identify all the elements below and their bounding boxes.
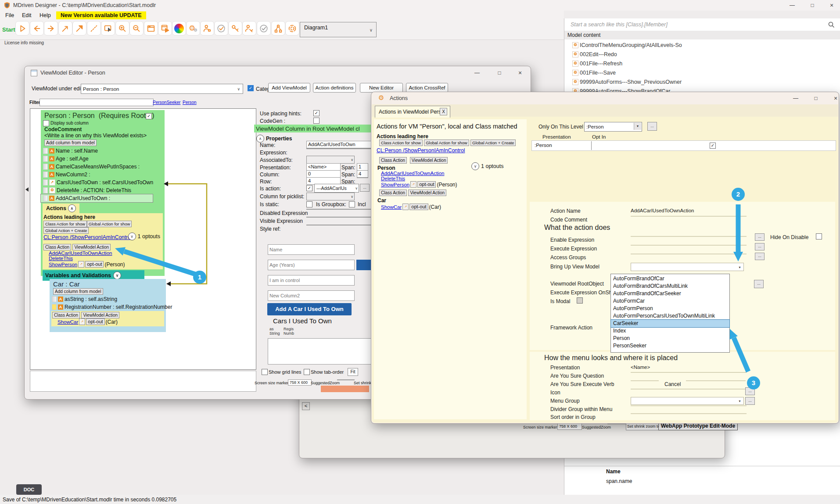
ays-question-field[interactable]: [631, 372, 747, 373]
actions-section-header[interactable]: Actions∧: [43, 204, 79, 213]
prop-name-field[interactable]: AddACarIUsedToOwn: [306, 141, 374, 148]
ays-verb-field[interactable]: [631, 380, 659, 381]
action-link[interactable]: AddACarIUsedToOwnAction: [381, 171, 444, 176]
vm-column-row[interactable]: AName : self.Name: [41, 147, 165, 155]
vm-column-row[interactable]: ⚙DeleteMe : ACTION: DeleteThis: [41, 186, 165, 194]
new-editor-button[interactable]: New Editor: [360, 83, 403, 93]
class-action-for-show-button[interactable]: Class Action for show: [379, 139, 423, 146]
under-edit-combo[interactable]: Person : Person ∨: [81, 84, 243, 94]
viewmodel-action-tab[interactable]: ViewModel Action: [410, 157, 448, 164]
dropdown-arrow-icon[interactable]: ▼: [738, 265, 741, 268]
vm-column-row[interactable]: ARegistrationNumber : self.RegistrationN…: [50, 303, 166, 311]
picklist-combo[interactable]: ∨: [306, 193, 355, 200]
execute-ellipsis-button[interactable]: ...: [755, 243, 765, 250]
nav-forward-button[interactable]: [44, 21, 58, 36]
opt-out-button[interactable]: opt-out: [409, 204, 428, 210]
dropdown-arrow-icon[interactable]: ▼: [738, 400, 741, 403]
property-name-value[interactable]: span.name: [606, 478, 632, 484]
cancel-verb-field[interactable]: [686, 380, 746, 381]
filter-link-personseeker[interactable]: PersonSeeker: [153, 100, 180, 105]
filter-input[interactable]: [39, 99, 154, 106]
preview-name-input[interactable]: Name: [268, 244, 355, 255]
fit-button[interactable]: Fit: [348, 368, 358, 376]
chevron-down-icon[interactable]: ∨: [128, 232, 136, 240]
prop-row-span[interactable]: [357, 177, 368, 178]
form-run-button[interactable]: [158, 21, 172, 36]
minimize-icon[interactable]: —: [470, 68, 485, 77]
tab-actions-in-viewmodel[interactable]: Actions in ViewModel Person X: [375, 106, 450, 118]
link-mini-icon[interactable]: ↗: [410, 181, 416, 188]
check-circle-button[interactable]: [214, 21, 228, 36]
key-button[interactable]: [228, 21, 242, 36]
icon-field[interactable]: [631, 389, 747, 390]
viewmodel-action-tab[interactable]: ViewModel Action: [408, 189, 446, 196]
filter-link-person[interactable]: Person: [183, 100, 197, 105]
link-mini-icon[interactable]: ↗: [79, 318, 85, 325]
prop-column-field[interactable]: 0: [306, 170, 341, 178]
action-definitions-button[interactable]: Action definitions: [313, 83, 356, 93]
action-link[interactable]: ShowCar: [381, 204, 402, 210]
add-viewmodel-button[interactable]: Add ViewModel: [268, 83, 310, 93]
preview-newcolumn-input[interactable]: New Column2: [268, 290, 355, 301]
optouts-summary[interactable]: ∨ 1 optouts: [128, 232, 160, 240]
combo-arrow-button[interactable]: ▼: [634, 123, 641, 130]
bring-up-viewmodel-combo[interactable]: ▼: [631, 263, 744, 271]
form-window-button[interactable]: [144, 21, 158, 36]
requires-root-checkbox[interactable]: [146, 113, 152, 119]
suggested-zoom-value[interactable]: [337, 379, 355, 380]
check-badge-button[interactable]: [257, 21, 271, 36]
is-static-checkbox[interactable]: [306, 201, 312, 207]
prop-associated-combo[interactable]: ∨: [306, 156, 355, 164]
menu-group-combo[interactable]: ▼: [631, 397, 744, 405]
action-link[interactable]: DeleteThis: [381, 176, 405, 181]
preview-age-input[interactable]: Age (Years): [268, 260, 355, 270]
preview-add-car-button[interactable]: Add A Car I Used To Own: [267, 303, 352, 315]
access-groups-field[interactable]: [631, 254, 747, 254]
global-action-create-button[interactable]: Global Action + Create: [470, 139, 516, 146]
global-action-for-show-button[interactable]: Global Action for show: [87, 221, 132, 227]
is-action-ellipsis-button[interactable]: ...: [360, 184, 370, 192]
enable-expression-field[interactable]: [631, 236, 747, 237]
search-box[interactable]: Start a search like this [Class].[Member…: [564, 18, 840, 31]
preview-control-input[interactable]: I am in control: [268, 275, 355, 286]
vm-column-row[interactable]: AasString : self.asString: [50, 295, 166, 303]
vm-column-row[interactable]: ↗CarsIUsedToOwn : self.CarsIUsedToOwn: [41, 179, 165, 186]
vm-column-row[interactable]: ANewColumn2 :: [41, 171, 165, 179]
is-action-checkbox[interactable]: [306, 185, 312, 191]
arrow-pointer-button[interactable]: [72, 21, 86, 36]
dropdown-item[interactable]: AutoFormPerson: [611, 305, 729, 312]
icon-ellipsis-button[interactable]: ...: [745, 387, 755, 395]
tab-close-icon[interactable]: X: [440, 108, 447, 115]
screen-size-value[interactable]: 758 X 600: [288, 379, 312, 386]
dashed-line-button[interactable]: [87, 21, 101, 36]
nav-back-button[interactable]: [30, 21, 44, 36]
visible-expression-field[interactable]: [306, 217, 374, 218]
class-action-tab[interactable]: Class Action: [43, 244, 71, 250]
dropdown-item-selected[interactable]: CarSeeker: [611, 320, 729, 327]
diagram-selector[interactable]: Diagram1 ∨: [300, 22, 377, 37]
close-icon[interactable]: ×: [824, 1, 839, 10]
chevron-up-icon[interactable]: ∧: [68, 204, 76, 212]
search-icon[interactable]: [828, 21, 835, 28]
style-ref-field[interactable]: [306, 225, 374, 225]
select-frame-button[interactable]: [101, 21, 115, 36]
list-item[interactable]: ⚙99999AutoForms---Show_PreviousOwner: [564, 77, 840, 86]
viewmodel-dropdown-list[interactable]: AutoFormBrandOfCar AutoFormBrandOfCarsMu…: [610, 274, 730, 353]
maximize-icon[interactable]: □: [805, 1, 820, 10]
optouts-summary[interactable]: ∨ 1 optouts: [471, 162, 503, 170]
doc-button[interactable]: DOC: [16, 484, 42, 495]
execute-expression-field[interactable]: [631, 245, 747, 246]
class-action-for-show-button[interactable]: Class Action for show: [43, 221, 87, 227]
play-button[interactable]: [15, 21, 29, 36]
action-link[interactable]: AddACarIUsedToOwnAction: [49, 250, 162, 256]
link-mini-icon[interactable]: ↗: [402, 204, 409, 210]
zoom-in-button[interactable]: [115, 21, 129, 36]
splitter-handle[interactable]: [25, 187, 29, 192]
optin-checkbox[interactable]: [710, 143, 716, 149]
sort-order-field[interactable]: [631, 413, 747, 414]
opt-out-button[interactable]: opt-out: [85, 261, 104, 268]
optin-row[interactable]: :Person: [531, 140, 836, 151]
menu-group-ellipsis-button[interactable]: ...: [745, 397, 755, 405]
zoom-out-button[interactable]: [129, 21, 144, 36]
dropdown-item[interactable]: PersonSeeker: [611, 342, 729, 350]
